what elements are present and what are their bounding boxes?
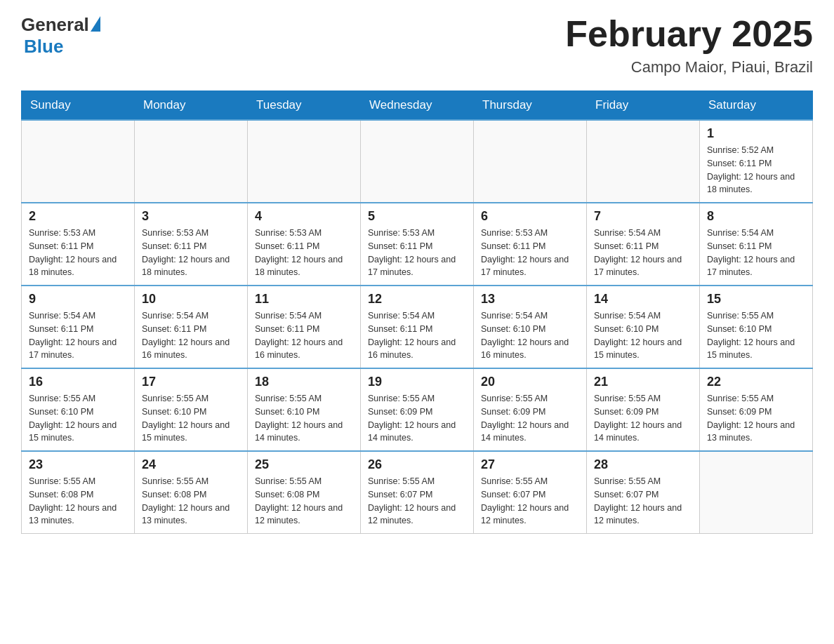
day-number: 13	[481, 292, 579, 307]
week-row-2: 2Sunrise: 5:53 AMSunset: 6:11 PMDaylight…	[22, 203, 813, 286]
calendar-cell: 4Sunrise: 5:53 AMSunset: 6:11 PMDaylight…	[248, 203, 361, 286]
calendar-cell: 5Sunrise: 5:53 AMSunset: 6:11 PMDaylight…	[361, 203, 474, 286]
day-info: Sunrise: 5:55 AMSunset: 6:10 PMDaylight:…	[255, 392, 353, 445]
calendar-cell: 10Sunrise: 5:54 AMSunset: 6:11 PMDayligh…	[135, 286, 248, 368]
day-number: 12	[368, 292, 466, 307]
calendar-table: SundayMondayTuesdayWednesdayThursdayFrid…	[21, 90, 813, 534]
day-number: 7	[594, 209, 692, 224]
week-row-5: 23Sunrise: 5:55 AMSunset: 6:08 PMDayligh…	[22, 451, 813, 534]
calendar-cell: 19Sunrise: 5:55 AMSunset: 6:09 PMDayligh…	[361, 368, 474, 451]
day-info: Sunrise: 5:53 AMSunset: 6:11 PMDaylight:…	[481, 227, 579, 279]
day-info: Sunrise: 5:54 AMSunset: 6:11 PMDaylight:…	[29, 309, 127, 362]
calendar-header-wednesday: Wednesday	[361, 91, 474, 121]
logo: General Blue	[21, 14, 100, 58]
day-info: Sunrise: 5:55 AMSunset: 6:10 PMDaylight:…	[707, 309, 805, 362]
day-number: 9	[29, 292, 127, 307]
month-title: February 2025	[565, 14, 813, 54]
calendar-cell: 22Sunrise: 5:55 AMSunset: 6:09 PMDayligh…	[700, 368, 813, 451]
day-info: Sunrise: 5:55 AMSunset: 6:07 PMDaylight:…	[368, 475, 466, 528]
calendar-cell: 25Sunrise: 5:55 AMSunset: 6:08 PMDayligh…	[248, 451, 361, 534]
calendar-cell	[248, 120, 361, 203]
calendar-cell: 6Sunrise: 5:53 AMSunset: 6:11 PMDaylight…	[474, 203, 587, 286]
calendar-cell: 1Sunrise: 5:52 AMSunset: 6:11 PMDaylight…	[700, 120, 813, 203]
day-number: 14	[594, 292, 692, 307]
day-number: 26	[368, 457, 466, 472]
calendar-cell: 3Sunrise: 5:53 AMSunset: 6:11 PMDaylight…	[135, 203, 248, 286]
calendar-header-friday: Friday	[587, 91, 700, 121]
day-info: Sunrise: 5:55 AMSunset: 6:09 PMDaylight:…	[594, 392, 692, 445]
day-info: Sunrise: 5:55 AMSunset: 6:08 PMDaylight:…	[142, 475, 240, 528]
logo-general-text: General	[21, 14, 89, 36]
day-info: Sunrise: 5:54 AMSunset: 6:10 PMDaylight:…	[481, 309, 579, 362]
day-number: 16	[29, 375, 127, 389]
calendar-cell	[700, 451, 813, 534]
day-number: 5	[368, 209, 466, 224]
day-info: Sunrise: 5:52 AMSunset: 6:11 PMDaylight:…	[707, 144, 805, 196]
calendar-cell: 23Sunrise: 5:55 AMSunset: 6:08 PMDayligh…	[22, 451, 135, 534]
day-info: Sunrise: 5:54 AMSunset: 6:11 PMDaylight:…	[707, 227, 805, 279]
calendar-cell: 17Sunrise: 5:55 AMSunset: 6:10 PMDayligh…	[135, 368, 248, 451]
calendar-cell: 8Sunrise: 5:54 AMSunset: 6:11 PMDaylight…	[700, 203, 813, 286]
day-info: Sunrise: 5:53 AMSunset: 6:11 PMDaylight:…	[368, 227, 466, 279]
location-subtitle: Campo Maior, Piaui, Brazil	[565, 58, 813, 76]
calendar-cell	[135, 120, 248, 203]
calendar-header-tuesday: Tuesday	[248, 91, 361, 121]
calendar-header-thursday: Thursday	[474, 91, 587, 121]
calendar-cell: 18Sunrise: 5:55 AMSunset: 6:10 PMDayligh…	[248, 368, 361, 451]
day-number: 6	[481, 209, 579, 224]
day-info: Sunrise: 5:54 AMSunset: 6:11 PMDaylight:…	[255, 309, 353, 362]
day-number: 24	[142, 457, 240, 472]
page-header: General Blue February 2025 Campo Maior, …	[21, 14, 813, 76]
calendar-cell: 28Sunrise: 5:55 AMSunset: 6:07 PMDayligh…	[587, 451, 700, 534]
day-number: 4	[255, 209, 353, 224]
day-number: 20	[481, 375, 579, 389]
day-info: Sunrise: 5:54 AMSunset: 6:11 PMDaylight:…	[142, 309, 240, 362]
day-number: 17	[142, 375, 240, 389]
day-number: 25	[255, 457, 353, 472]
calendar-cell	[22, 120, 135, 203]
calendar-cell: 21Sunrise: 5:55 AMSunset: 6:09 PMDayligh…	[587, 368, 700, 451]
calendar-cell: 20Sunrise: 5:55 AMSunset: 6:09 PMDayligh…	[474, 368, 587, 451]
day-info: Sunrise: 5:55 AMSunset: 6:07 PMDaylight:…	[481, 475, 579, 528]
day-number: 28	[594, 457, 692, 472]
calendar-header-monday: Monday	[135, 91, 248, 121]
day-number: 23	[29, 457, 127, 472]
calendar-cell	[587, 120, 700, 203]
week-row-1: 1Sunrise: 5:52 AMSunset: 6:11 PMDaylight…	[22, 120, 813, 203]
logo-blue-text: Blue	[24, 36, 63, 57]
calendar-cell: 26Sunrise: 5:55 AMSunset: 6:07 PMDayligh…	[361, 451, 474, 534]
day-info: Sunrise: 5:55 AMSunset: 6:08 PMDaylight:…	[255, 475, 353, 528]
calendar-cell	[474, 120, 587, 203]
day-info: Sunrise: 5:54 AMSunset: 6:11 PMDaylight:…	[368, 309, 466, 362]
calendar-cell: 14Sunrise: 5:54 AMSunset: 6:10 PMDayligh…	[587, 286, 700, 368]
day-info: Sunrise: 5:55 AMSunset: 6:09 PMDaylight:…	[368, 392, 466, 445]
calendar-cell: 11Sunrise: 5:54 AMSunset: 6:11 PMDayligh…	[248, 286, 361, 368]
day-number: 21	[594, 375, 692, 389]
calendar-header-saturday: Saturday	[700, 91, 813, 121]
day-number: 15	[707, 292, 805, 307]
day-info: Sunrise: 5:55 AMSunset: 6:09 PMDaylight:…	[481, 392, 579, 445]
title-section: February 2025 Campo Maior, Piaui, Brazil	[565, 14, 813, 76]
calendar-cell	[361, 120, 474, 203]
day-info: Sunrise: 5:53 AMSunset: 6:11 PMDaylight:…	[29, 227, 127, 279]
day-info: Sunrise: 5:54 AMSunset: 6:10 PMDaylight:…	[594, 309, 692, 362]
calendar-cell: 2Sunrise: 5:53 AMSunset: 6:11 PMDaylight…	[22, 203, 135, 286]
day-info: Sunrise: 5:54 AMSunset: 6:11 PMDaylight:…	[594, 227, 692, 279]
calendar-cell: 16Sunrise: 5:55 AMSunset: 6:10 PMDayligh…	[22, 368, 135, 451]
week-row-4: 16Sunrise: 5:55 AMSunset: 6:10 PMDayligh…	[22, 368, 813, 451]
day-info: Sunrise: 5:53 AMSunset: 6:11 PMDaylight:…	[142, 227, 240, 279]
day-info: Sunrise: 5:55 AMSunset: 6:10 PMDaylight:…	[29, 392, 127, 445]
day-number: 18	[255, 375, 353, 389]
calendar-header-sunday: Sunday	[22, 91, 135, 121]
logo-triangle-icon	[91, 16, 100, 32]
day-info: Sunrise: 5:55 AMSunset: 6:07 PMDaylight:…	[594, 475, 692, 528]
calendar-cell: 7Sunrise: 5:54 AMSunset: 6:11 PMDaylight…	[587, 203, 700, 286]
calendar-header-row: SundayMondayTuesdayWednesdayThursdayFrid…	[22, 91, 813, 121]
day-number: 11	[255, 292, 353, 307]
calendar-cell: 24Sunrise: 5:55 AMSunset: 6:08 PMDayligh…	[135, 451, 248, 534]
calendar-cell: 13Sunrise: 5:54 AMSunset: 6:10 PMDayligh…	[474, 286, 587, 368]
day-info: Sunrise: 5:55 AMSunset: 6:08 PMDaylight:…	[29, 475, 127, 528]
day-number: 3	[142, 209, 240, 224]
day-number: 27	[481, 457, 579, 472]
day-info: Sunrise: 5:53 AMSunset: 6:11 PMDaylight:…	[255, 227, 353, 279]
